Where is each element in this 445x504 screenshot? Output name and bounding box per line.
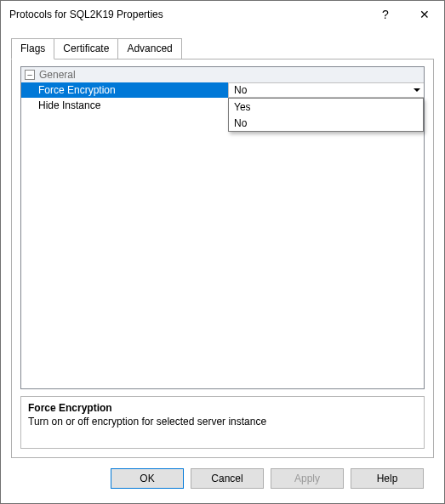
close-button[interactable]: ✕: [405, 1, 444, 28]
chevron-down-icon: [414, 88, 420, 92]
tab-label: Certificate: [63, 42, 109, 54]
client-area: Flags Certificate Advanced − General For…: [1, 28, 444, 499]
tab-advanced[interactable]: Advanced: [117, 38, 181, 59]
tab-flags[interactable]: Flags: [11, 38, 54, 59]
tab-content-flags: − General Force Encryption No Hide Insta…: [11, 59, 434, 458]
button-label: OK: [140, 473, 154, 484]
help-button[interactable]: ?: [366, 1, 405, 28]
help-icon: ?: [382, 8, 389, 21]
button-row: OK Cancel Apply Help: [11, 458, 434, 489]
tab-strip: Flags Certificate Advanced: [11, 38, 434, 59]
close-icon: ✕: [419, 8, 430, 21]
category-label: General: [39, 69, 76, 81]
tab-label: Advanced: [127, 42, 172, 54]
dropdown-list: Yes No: [228, 98, 424, 132]
ok-button[interactable]: OK: [111, 468, 184, 489]
dropdown-option-yes[interactable]: Yes: [229, 99, 423, 115]
prop-value-text: No: [234, 84, 247, 96]
button-label: Cancel: [211, 473, 242, 484]
button-label: Help: [377, 473, 398, 484]
prop-row-force-encryption[interactable]: Force Encryption No: [21, 82, 424, 98]
cancel-button[interactable]: Cancel: [191, 468, 264, 489]
description-text: Turn on or off encryption for selected s…: [28, 416, 417, 428]
prop-name: Hide Instance: [21, 98, 228, 113]
prop-name: Force Encryption: [21, 82, 228, 98]
option-label: Yes: [234, 101, 251, 113]
button-label: Apply: [294, 473, 320, 484]
option-label: No: [234, 117, 247, 129]
dropdown-option-no[interactable]: No: [229, 115, 423, 131]
prop-value-force-encryption[interactable]: No: [228, 82, 424, 98]
description-pane: Force Encryption Turn on or off encrypti…: [20, 396, 425, 449]
category-general[interactable]: − General: [21, 67, 424, 82]
description-title: Force Encryption: [28, 402, 417, 414]
apply-button: Apply: [271, 468, 344, 489]
window-title: Protocols for SQL2K19 Properties: [9, 8, 366, 20]
help-button-bottom[interactable]: Help: [351, 468, 424, 489]
tab-certificate[interactable]: Certificate: [54, 38, 118, 59]
tab-label: Flags: [20, 42, 45, 54]
title-bar: Protocols for SQL2K19 Properties ? ✕: [1, 1, 444, 28]
collapse-icon[interactable]: −: [25, 70, 35, 80]
property-grid[interactable]: − General Force Encryption No Hide Insta…: [20, 66, 425, 389]
dropdown-button[interactable]: [409, 83, 424, 97]
